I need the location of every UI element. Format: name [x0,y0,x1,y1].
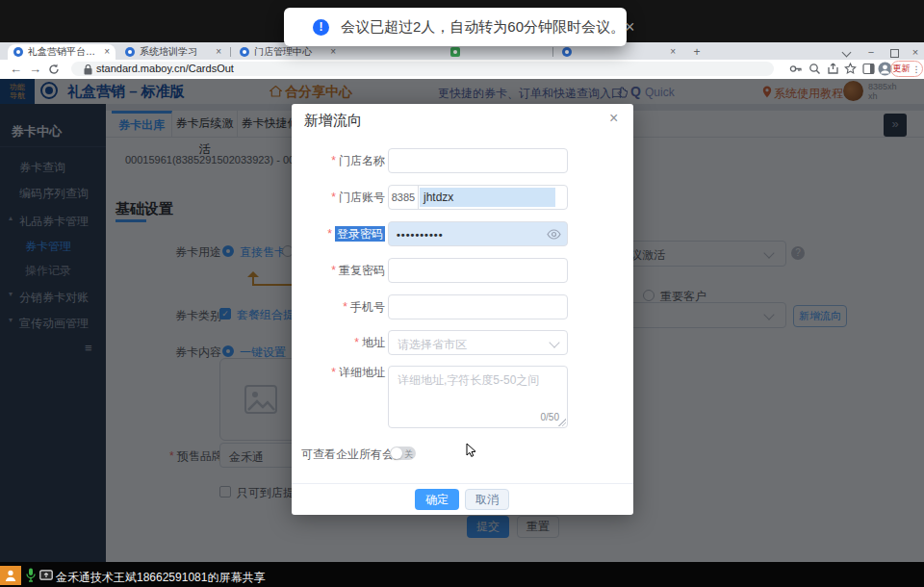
tab-separator [230,47,231,57]
tab-close-icon[interactable]: × [216,47,221,57]
phone-label: 手机号 [350,300,385,314]
window-minimize-button[interactable] [864,45,878,59]
chrome-menu-icon[interactable]: ⋮ [912,64,921,74]
detail-address-textarea[interactable]: 详细地址,字符长度5-50之间 0/50 [388,366,568,428]
required-mark: * [343,300,347,314]
required-mark: * [354,336,359,349]
tab-separator [552,47,553,57]
screen-share-text: 金禾通技术王斌18662591081的屏幕共享 [56,570,265,586]
modal-footer: 确定 取消 [292,483,633,516]
tab-favicon [450,47,460,57]
presenter-badge [0,566,21,585]
address-label: 地址 [362,336,385,349]
account-value: jhtdzx [424,191,453,204]
account-input[interactable]: 8385 jhtdzx [388,185,568,210]
password-input[interactable]: •••••••••• [388,221,568,246]
browser-tab-2[interactable]: 系统培训学习 × [119,44,227,60]
confirm-button[interactable]: 确定 [415,489,459,510]
detail-address-placeholder: 详细地址,字符长度5-50之间 [398,372,539,389]
char-counter: 0/50 [541,412,559,422]
tab-close-icon[interactable]: × [104,47,110,57]
modal-close-icon[interactable]: × [609,111,618,126]
window-maximize-button[interactable] [890,49,899,58]
microphone-icon [26,568,36,582]
zoom-icon[interactable] [808,63,821,75]
eye-icon[interactable] [547,229,561,240]
toggle-state: 关 [404,448,413,461]
phone-input[interactable] [388,294,568,319]
required-mark: * [331,366,336,379]
tab-search-chevron-icon[interactable] [842,48,852,58]
tab-favicon [562,47,572,57]
modal-title: 新增流向 [304,112,362,130]
share-icon[interactable] [827,63,839,75]
tab-close-icon[interactable]: × [670,47,676,57]
browser-tab-4[interactable] [445,44,551,60]
account-label: 门店账号 [339,191,385,204]
reload-icon[interactable] [48,64,60,75]
required-mark: * [331,264,336,277]
bookmark-star-icon[interactable] [844,63,857,75]
browser-tab-3[interactable]: 门店管理中心 × [234,44,342,60]
browser-window: 礼盒营销平台管理中心 × 系统培训学习 × 门店管理中心 × [0,42,924,562]
new-tab-button[interactable]: + [691,46,703,58]
toast-message: 会议已超过2人，自动转为60分钟限时会议。 [341,18,625,37]
tab-title: 礼盒营销平台管理中心 [28,45,98,59]
required-mark: * [331,191,336,204]
tab-favicon [13,47,23,57]
info-icon: ! [313,19,329,36]
toggle-knob [391,447,402,459]
back-icon[interactable] [10,62,22,76]
cancel-button[interactable]: 取消 [465,489,509,510]
tab-title: 门店管理中心 [254,45,324,59]
tab-favicon [240,47,249,57]
resize-grip[interactable] [558,419,566,426]
password-label: 登录密码 [335,226,385,242]
screen: 礼盒营销平台管理中心 × 系统培训学习 × 门店管理中心 × [0,0,924,587]
tab-close-icon[interactable]: × [330,47,336,57]
browser-tab-1[interactable]: 礼盒营销平台管理中心 × [8,44,116,60]
repeat-password-label: 重复密码 [339,264,385,277]
tab-title: 系统培训学习 [140,45,210,59]
screen-share-icon [39,570,53,580]
required-mark: * [327,227,332,241]
lock-icon [84,64,92,75]
chrome-update-button[interactable]: 更新 ⋮ [890,61,923,77]
meeting-toast: ! 会议已超过2人，自动转为60分钟限时会议。 × [284,8,627,46]
browser-urlbar: standard.maboy.cn/CardsOut [0,60,924,80]
password-dots: •••••••••• [397,229,444,241]
address-select[interactable]: 请选择省市区 [388,330,568,355]
browser-tab-5[interactable]: × [556,44,681,60]
chevron-down-icon [549,337,559,347]
password-key-icon[interactable] [789,63,802,75]
store-name-input[interactable] [388,148,568,173]
url-text[interactable]: standard.maboy.cn/CardsOut [96,63,234,74]
person-icon [4,569,17,582]
tab-favicon [125,47,135,57]
window-close-button[interactable] [909,45,922,59]
toast-close-icon[interactable]: × [625,18,635,36]
account-prefix: 8385 [389,186,419,209]
mouse-cursor [466,443,476,458]
address-placeholder: 请选择省市区 [398,337,467,353]
detail-address-label: 详细地址 [339,366,385,379]
member-toggle-switch[interactable]: 关 [390,447,416,460]
forward-icon[interactable] [29,62,41,76]
add-flow-modal: 新增流向 × *门店名称 *门店账号 8385 jhtdzx *登录密码 •••… [292,104,633,515]
update-label: 更新 [893,63,911,75]
side-panel-icon[interactable] [862,63,875,75]
store-name-label: 门店名称 [339,154,385,167]
repeat-password-input[interactable] [388,258,568,283]
required-mark: * [331,154,336,167]
screen-share-bar: 金禾通技术王斌18662591081的屏幕共享 [0,562,924,587]
